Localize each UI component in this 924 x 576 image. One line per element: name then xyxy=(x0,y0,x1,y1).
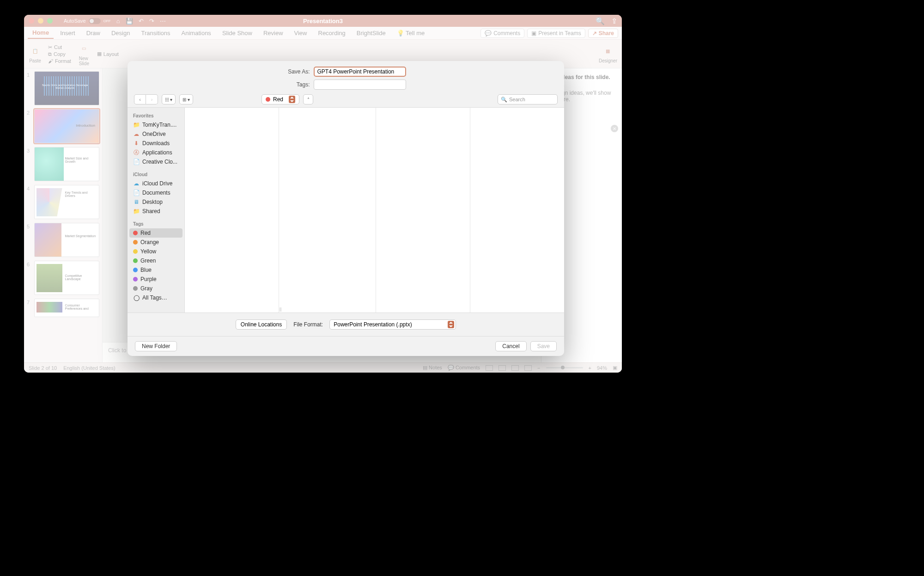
present-teams-button[interactable]: ▣ Present in Teams xyxy=(527,29,585,38)
sidebar-tag-purple[interactable]: Purple xyxy=(129,275,182,284)
sidebar-all-tags[interactable]: ◯All Tags… xyxy=(129,293,182,302)
column-view[interactable]: || xyxy=(185,108,564,313)
close-designer-icon[interactable]: ✕ xyxy=(611,125,618,132)
home-qat-icon[interactable]: ⌂ xyxy=(116,18,120,25)
sidebar-item-tomky[interactable]: 📁TomKyTran.... xyxy=(129,120,182,129)
autosave-toggle[interactable]: AutoSave OFF xyxy=(64,18,111,24)
zoom-out-button[interactable]: − xyxy=(537,365,540,371)
sorter-view-button[interactable] xyxy=(498,365,506,371)
tab-transitions[interactable]: Transitions xyxy=(136,28,175,38)
slideshow-view-button[interactable] xyxy=(524,365,532,371)
shared-icon: 📁 xyxy=(133,208,140,214)
location-popup[interactable]: Red xyxy=(261,94,299,104)
fit-window-button[interactable]: ▣ xyxy=(613,365,617,371)
tab-draw[interactable]: Draw xyxy=(82,28,105,38)
new-slide-button[interactable]: ▭ New Slide xyxy=(78,42,91,66)
autosave-switch[interactable] xyxy=(89,18,101,24)
sidebar-item-creative[interactable]: 📄Creative Clo... xyxy=(129,157,182,166)
thumb-5[interactable]: Market Segmentation xyxy=(34,223,99,257)
comments-toggle[interactable]: 💬 Comments xyxy=(448,365,480,371)
forward-button[interactable]: › xyxy=(146,94,158,104)
close-window-button[interactable] xyxy=(29,18,34,24)
thumb-2[interactable]: Introduction xyxy=(34,109,99,143)
sidebar-item-desktop[interactable]: 🖥Desktop xyxy=(129,197,182,207)
document-icon: 📄 xyxy=(133,190,140,196)
thumb-7[interactable]: Consumer Preferences and xyxy=(34,299,99,317)
layout-button[interactable]: ▦ Layout xyxy=(97,51,119,57)
comments-button[interactable]: 💬 Comments xyxy=(480,29,524,38)
save-dialog: Save As: Tags: ‹ › ☷ ▾ ⊞ ▾ Red ˄ 🔍 xyxy=(128,61,564,356)
tab-home[interactable]: Home xyxy=(28,27,54,39)
save-as-input[interactable] xyxy=(314,67,406,77)
tab-recording[interactable]: Recording xyxy=(314,28,350,38)
tab-slideshow[interactable]: Slide Show xyxy=(218,28,257,38)
format-stepper-icon xyxy=(448,321,454,328)
thumb-4[interactable]: Key Trends and Drivers xyxy=(34,185,99,219)
format-painter-button[interactable]: 🖌 Format xyxy=(48,58,71,64)
sidebar-tag-blue[interactable]: Blue xyxy=(129,265,182,275)
sidebar-tag-gray[interactable]: Gray xyxy=(129,284,182,293)
cut-button[interactable]: ✂ Cut xyxy=(48,44,71,50)
sidebar-item-downloads[interactable]: ⬇Downloads xyxy=(129,139,182,148)
sidebar-item-shared[interactable]: 📁Shared xyxy=(129,207,182,216)
tab-review[interactable]: Review xyxy=(259,28,288,38)
column-4[interactable] xyxy=(470,108,564,313)
column-2[interactable] xyxy=(282,108,376,313)
sidebar: Favorites 📁TomKyTran.... ☁OneDrive ⬇Down… xyxy=(128,108,185,313)
zoom-level[interactable]: 94% xyxy=(597,365,607,371)
share-button[interactable]: ↗ Share xyxy=(588,29,618,38)
folder-icon: 📁 xyxy=(133,122,140,128)
new-folder-button[interactable]: New Folder xyxy=(135,341,177,351)
thumb-1[interactable]: Sports Drink and Hydration Beverage Mark… xyxy=(34,71,99,105)
tags-input[interactable] xyxy=(314,80,406,90)
sidebar-item-onedrive[interactable]: ☁OneDrive xyxy=(129,129,182,139)
designer-button[interactable]: ▦ Designer xyxy=(599,44,617,63)
normal-view-button[interactable] xyxy=(486,365,493,371)
online-locations-button[interactable]: Online Locations xyxy=(236,319,287,330)
reading-view-button[interactable] xyxy=(511,365,519,371)
maximize-window-button[interactable] xyxy=(47,18,53,24)
copy-button[interactable]: ⧉ Copy xyxy=(48,51,71,57)
save-qat-icon[interactable]: 💾 xyxy=(126,18,133,25)
thumb-3[interactable]: Market Size and Growth xyxy=(34,147,99,181)
more-qat-icon[interactable]: ⋯ xyxy=(160,18,166,25)
back-button[interactable]: ‹ xyxy=(134,94,146,104)
redo-qat-icon[interactable]: ↷ xyxy=(149,18,154,25)
column-3[interactable] xyxy=(376,108,470,313)
zoom-in-button[interactable]: + xyxy=(589,365,591,371)
sidebar-icloud-head: iCloud xyxy=(129,170,182,179)
tab-brightslide[interactable]: BrightSlide xyxy=(352,28,390,38)
tab-animations[interactable]: Animations xyxy=(177,28,216,38)
sidebar-tag-yellow[interactable]: Yellow xyxy=(129,247,182,256)
tab-view[interactable]: View xyxy=(290,28,312,38)
paste-button[interactable]: 📋 Paste xyxy=(29,44,42,63)
thumb-6[interactable]: Competitive Landscape xyxy=(34,261,99,295)
collapse-button[interactable]: ˄ xyxy=(303,94,313,104)
tab-design[interactable]: Design xyxy=(107,28,134,38)
view-mode-grid[interactable]: ⊞ ▾ xyxy=(179,94,193,104)
file-format-select[interactable]: PowerPoint Presentation (.pptx) xyxy=(329,319,456,330)
sidebar-favorites-head: Favorites xyxy=(129,111,182,120)
save-button[interactable]: Save xyxy=(530,341,557,351)
column-1[interactable] xyxy=(185,108,279,313)
desktop-icon: 🖥 xyxy=(133,199,140,205)
sidebar-tag-red[interactable]: Red xyxy=(129,228,182,238)
language-indicator[interactable]: English (United States) xyxy=(63,365,116,371)
sidebar-item-icloud-drive[interactable]: ☁iCloud Drive xyxy=(129,179,182,188)
browser-toolbar: ‹ › ☷ ▾ ⊞ ▾ Red ˄ 🔍 Search xyxy=(128,92,564,107)
minimize-window-button[interactable] xyxy=(38,18,43,24)
sidebar-item-applications[interactable]: ⒶApplications xyxy=(129,148,182,157)
notes-toggle[interactable]: ▤ Notes xyxy=(423,365,442,371)
tab-insert[interactable]: Insert xyxy=(55,28,80,38)
undo-qat-icon[interactable]: ↶ xyxy=(139,18,144,25)
tab-tellme[interactable]: 💡 Tell me xyxy=(392,28,430,38)
zoom-slider[interactable] xyxy=(546,367,583,368)
search-field[interactable]: 🔍 Search xyxy=(498,94,558,104)
search-title-icon[interactable]: 🔍 xyxy=(596,17,605,25)
sidebar-tag-orange[interactable]: Orange xyxy=(129,238,182,247)
share-title-icon[interactable]: ⇪ xyxy=(611,17,617,25)
view-mode-columns[interactable]: ☷ ▾ xyxy=(162,94,176,104)
sidebar-tag-green[interactable]: Green xyxy=(129,256,182,265)
cancel-button[interactable]: Cancel xyxy=(495,341,526,351)
sidebar-item-documents[interactable]: 📄Documents xyxy=(129,188,182,197)
